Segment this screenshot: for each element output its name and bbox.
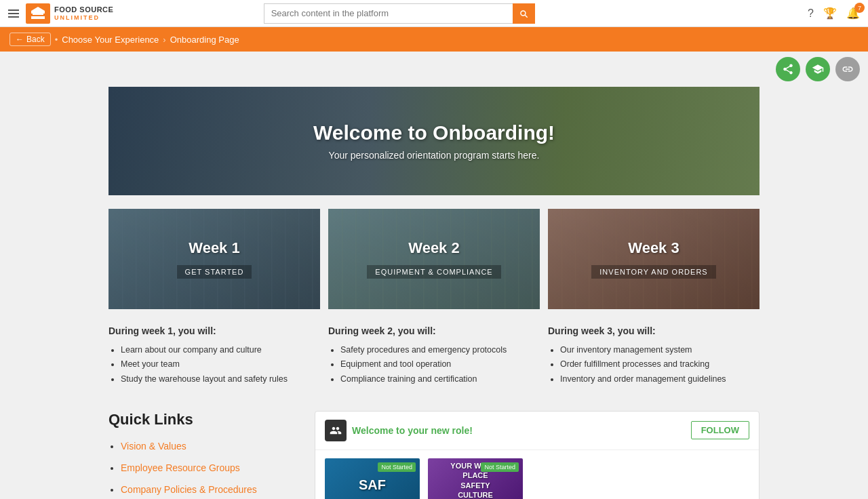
week-details: During week 1, you will: Learn about our… — [108, 325, 760, 386]
bell-icon[interactable]: 🔔 7 — [846, 7, 860, 20]
welcome-role-title: Welcome to your new role! — [325, 420, 473, 441]
course-card-2[interactable]: Not Started YOUR WORK-PLACESAFETYCULTURE… — [428, 458, 523, 499]
week-2-card[interactable]: Week 2 EQUIPMENT & COMPLIANCE — [328, 209, 540, 309]
quick-link-erg[interactable]: Employee Resource Groups — [121, 462, 240, 473]
week-1-detail: During week 1, you will: Learn about our… — [108, 325, 320, 386]
course-thumb-1: Not Started SAF — [325, 458, 420, 499]
help-icon[interactable]: ? — [808, 7, 814, 20]
hero-content: Welcome to Onboarding! Your personalized… — [313, 121, 555, 161]
list-item: Order fulfillment processes and tracking — [560, 357, 760, 372]
week-2-title: Week 2 — [408, 239, 459, 257]
hero-subtitle: Your personalized orientation program st… — [313, 150, 555, 161]
course-thumb-2: Not Started YOUR WORK-PLACESAFETYCULTURE… — [428, 458, 523, 499]
week-2-subtitle: EQUIPMENT & COMPLIANCE — [367, 265, 500, 279]
role-icon — [325, 420, 347, 441]
breadcrumb: ← Back • Choose Your Experience › Onboar… — [0, 27, 868, 52]
welcome-role-card: Welcome to your new role! FOLLOW Not Sta… — [315, 411, 760, 499]
logo-text: FOOD SOURCE UNLIMITED — [54, 5, 113, 22]
hero-title: Welcome to Onboarding! — [313, 121, 555, 144]
week-3-detail-heading: During week 3, you will: — [548, 325, 760, 336]
week-3-detail: During week 3, you will: Our inventory m… — [548, 325, 760, 386]
logo-icon — [26, 3, 50, 24]
header: FOOD SOURCE UNLIMITED ? 🏆 🔔 7 — [0, 0, 868, 27]
week-1-detail-list: Learn about our company and culture Meet… — [108, 343, 320, 386]
quick-links-panel: Quick Links Vision & Values Employee Res… — [108, 411, 298, 499]
search-bar — [264, 3, 535, 24]
notification-badge: 7 — [854, 3, 865, 13]
course-card-1[interactable]: Not Started SAF Introduction to OSHA — [325, 458, 420, 499]
week-cards: Week 1 GET STARTED Week 2 EQUIPMENT & CO… — [108, 209, 760, 309]
action-icons-row — [0, 52, 868, 87]
learn-button[interactable] — [806, 57, 830, 81]
week-3-title: Week 3 — [628, 239, 679, 257]
week-2-detail: During week 2, you will: Safety procedur… — [328, 325, 540, 386]
week-2-detail-heading: During week 2, you will: — [328, 325, 540, 336]
course-badge-1: Not Started — [378, 462, 416, 472]
hamburger-menu[interactable] — [8, 9, 19, 18]
hero-banner: Welcome to Onboarding! Your personalized… — [108, 87, 760, 195]
list-item: Safety procedures and emergency protocol… — [340, 343, 540, 357]
welcome-role-header: Welcome to your new role! FOLLOW — [315, 412, 759, 450]
week-1-subtitle: GET STARTED — [177, 265, 252, 279]
week-3-subtitle: INVENTORY AND ORDERS — [591, 265, 715, 279]
header-icons: ? 🏆 🔔 7 — [808, 7, 860, 20]
main-content: Welcome to Onboarding! Your personalized… — [108, 87, 760, 499]
search-input[interactable] — [264, 3, 513, 24]
bottom-section: Quick Links Vision & Values Employee Res… — [108, 411, 760, 499]
quick-links-heading: Quick Links — [108, 411, 298, 428]
follow-button[interactable]: FOLLOW — [691, 421, 749, 439]
week-2-detail-list: Safety procedures and emergency protocol… — [328, 343, 540, 386]
course-badge-2: Not Started — [481, 462, 519, 472]
list-item: Company Policies & Procedures — [121, 484, 298, 495]
search-button[interactable] — [513, 3, 535, 24]
list-item: Inventory and order management guideline… — [560, 372, 760, 386]
week-1-detail-heading: During week 1, you will: — [108, 325, 320, 336]
list-item: Meet your team — [121, 357, 320, 372]
share-button[interactable] — [776, 57, 800, 81]
course-cards: Not Started SAF Introduction to OSHA Not… — [315, 450, 759, 499]
list-item: Learn about our company and culture — [121, 343, 320, 357]
list-item: Vision & Values — [121, 441, 298, 452]
welcome-role-text: Welcome to your new role! — [352, 425, 473, 436]
quick-links-list: Vision & Values Employee Resource Groups… — [108, 441, 298, 499]
week-3-card[interactable]: Week 3 INVENTORY AND ORDERS — [548, 209, 760, 309]
back-button[interactable]: ← Back — [9, 33, 51, 46]
list-item: Equipment and tool operation — [340, 357, 540, 372]
week-3-detail-list: Our inventory management system Order fu… — [548, 343, 760, 386]
quick-link-cpp[interactable]: Company Policies & Procedures — [121, 484, 257, 495]
week-1-title: Week 1 — [189, 239, 239, 257]
list-item: Our inventory management system — [560, 343, 760, 357]
list-item: Employee Resource Groups — [121, 462, 298, 473]
list-item: Compliance training and certification — [340, 372, 540, 386]
week-1-card[interactable]: Week 1 GET STARTED — [108, 209, 320, 309]
trophy-icon[interactable]: 🏆 — [823, 7, 837, 20]
logo: FOOD SOURCE UNLIMITED — [26, 3, 113, 24]
quick-link-vv[interactable]: Vision & Values — [121, 441, 186, 452]
link-button[interactable] — [835, 57, 860, 81]
list-item: Study the warehouse layout and safety ru… — [121, 372, 320, 386]
